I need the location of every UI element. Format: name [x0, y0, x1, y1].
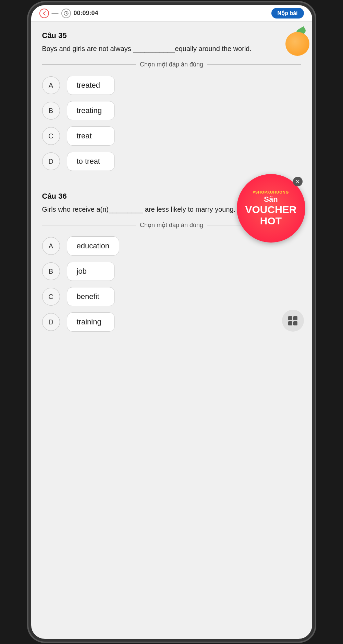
qr-grid-icon [288, 316, 297, 325]
q36-option-c-letter: C [42, 288, 60, 306]
q36-option-d-text: training [67, 312, 115, 332]
orange-circle [285, 32, 309, 56]
voucher-tag: #SHOPXUHUONG [253, 190, 289, 194]
q36-option-d-letter: D [42, 313, 60, 331]
question-36-options: A education B job C benefit D training [42, 236, 301, 332]
question-35-options: A treated B treating C treat D to treat [42, 76, 301, 171]
q35-option-a-letter: A [42, 76, 60, 94]
status-bar: — 00:09:04 Nộp bài [31, 5, 312, 22]
q35-option-b-text: treating [67, 101, 115, 120]
back-circle-icon[interactable] [39, 9, 49, 18]
question-35-block: Câu 35 Boys and girls are not always ___… [42, 31, 301, 171]
q35-option-d-letter: D [42, 152, 60, 170]
question-35-text: Boys and girls are not always __________… [42, 44, 301, 54]
question-35-title: Câu 35 [42, 31, 301, 40]
q36-option-b-letter: B [42, 262, 60, 280]
q35-option-c-text: treat [67, 126, 115, 146]
status-left: — 00:09:04 [39, 9, 98, 18]
status-time: 00:09:04 [74, 10, 98, 17]
question-35-choose-label: Chọn một đáp án đúng [42, 61, 301, 68]
nop-bai-button[interactable]: Nộp bài [271, 8, 304, 18]
q35-option-d[interactable]: D to treat [42, 152, 301, 171]
phone-frame: — 00:09:04 Nộp bài Câu 35 Boys and girls… [31, 5, 312, 639]
q35-option-c-letter: C [42, 127, 60, 145]
q35-option-b-letter: B [42, 102, 60, 120]
svg-line-0 [43, 12, 45, 13]
voucher-san: Săn [264, 195, 278, 204]
q36-option-d[interactable]: D training [42, 312, 301, 332]
voucher-close-icon[interactable]: ✕ [293, 177, 303, 186]
content-area: Câu 35 Boys and girls are not always ___… [31, 22, 312, 352]
q35-option-d-text: to treat [67, 152, 115, 171]
q36-option-b[interactable]: B job [42, 262, 301, 281]
q36-option-b-text: job [67, 262, 115, 281]
q35-option-a[interactable]: A treated [42, 76, 301, 95]
q35-option-a-text: treated [67, 76, 115, 95]
orange-decoration [281, 28, 312, 59]
q36-option-a-text: education [67, 236, 119, 256]
timer-icon [61, 9, 71, 18]
qr-button[interactable] [282, 310, 304, 332]
q36-option-c-text: benefit [67, 287, 115, 306]
q35-option-c[interactable]: C treat [42, 126, 301, 146]
voucher-main: VOUCHER HOT [245, 204, 296, 226]
q36-option-a-letter: A [42, 237, 60, 255]
q35-option-b[interactable]: B treating [42, 101, 301, 120]
svg-line-1 [43, 13, 45, 15]
voucher-ad[interactable]: ✕ #SHOPXUHUONG Săn VOUCHER HOT [237, 174, 305, 243]
q36-option-c[interactable]: C benefit [42, 287, 301, 306]
